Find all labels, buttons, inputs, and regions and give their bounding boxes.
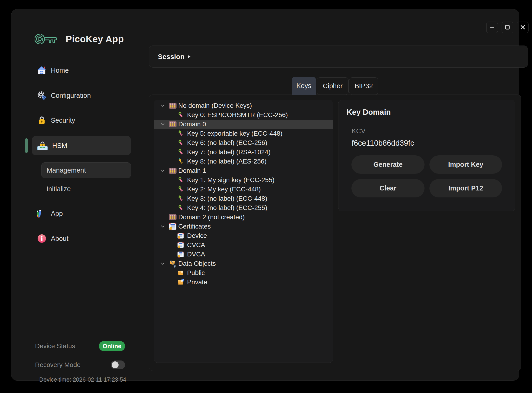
panel-title: Key Domain (347, 108, 391, 117)
key-green-icon (177, 195, 184, 202)
chevron-down-icon[interactable] (160, 101, 169, 110)
domain-icon (169, 167, 177, 175)
key-green-icon (177, 139, 184, 146)
sidebar-item-label: App (51, 210, 63, 217)
key-gold-icon (177, 158, 184, 165)
chevron-down-icon[interactable] (160, 222, 169, 231)
generate-button[interactable]: Generate (351, 155, 425, 174)
tree-item-label: Key 7: (no label) (RSA-1024) (187, 148, 271, 156)
sidebar-item-app[interactable]: App (32, 205, 131, 221)
sidebar-subitem-management[interactable]: Management (41, 162, 131, 178)
tree-row[interactable]: DVCA (154, 250, 333, 259)
session-expander[interactable]: Session (149, 45, 528, 68)
tree-row[interactable]: Private (154, 278, 333, 287)
lock-icon (37, 115, 47, 125)
domain-icon (169, 213, 177, 221)
sidebar-item-hsm[interactable]: **** HSM (32, 136, 131, 155)
chevron-down-icon[interactable] (160, 166, 169, 175)
tab-bip32[interactable]: BIP32 (349, 77, 378, 95)
tree-row[interactable]: Data Objects (154, 259, 333, 268)
toggle-knob (112, 361, 119, 368)
tree-row[interactable]: Public (154, 268, 333, 278)
tree-row[interactable]: Key 4: (no label) (ECC-255) (154, 203, 333, 212)
window-controls (486, 22, 528, 33)
package-icon (177, 270, 184, 276)
sidebar-subitem-initialize[interactable]: Initialize (41, 181, 131, 197)
recovery-mode-label: Recovery Mode (35, 361, 81, 368)
sidebar-item-security[interactable]: Security (32, 112, 131, 128)
key-green-icon (177, 112, 184, 118)
tree-item-label: CVCA (187, 241, 205, 249)
tree-row[interactable]: Domain 0 (154, 120, 333, 129)
kcv-value: f6ce110b86dd39fc (352, 139, 414, 147)
tree-item-label: Private (187, 279, 207, 286)
device-status-badge: Online (99, 341, 125, 351)
chevron-down-icon[interactable] (160, 120, 169, 129)
tab-cipher[interactable]: Cipher (317, 77, 349, 95)
tree-item-label: No domain (Device Keys) (178, 102, 252, 109)
import-p12-button[interactable]: Import P12 (429, 179, 502, 197)
tree-row[interactable]: Key 5: exportable key (ECC-448) (154, 129, 333, 138)
domain-icon (169, 102, 177, 110)
sidebar-item-home[interactable]: Home (32, 62, 131, 79)
tab-keys[interactable]: Keys (292, 77, 316, 95)
sidebar-item-label: Management (47, 167, 86, 174)
tree-row[interactable]: Key 6: (no label) (ECC-256) (154, 138, 333, 147)
domain-icon (169, 120, 177, 128)
tree-row[interactable]: Key 7: (no label) (RSA-1024) (154, 147, 333, 157)
tree-item-label: Device (187, 232, 207, 240)
tree-row[interactable]: CVCA (154, 241, 333, 250)
tree-row[interactable]: Key 2: My key (ECC-448) (154, 185, 333, 194)
sidebar-item-about[interactable]: About (32, 231, 131, 247)
tree-row[interactable]: Certificates (154, 222, 333, 231)
certificate-icon (177, 241, 184, 249)
tree-item-label: Key 5: exportable key (ECC-448) (187, 130, 282, 137)
key-tree: No domain (Device Keys)Key 0: ESPICOHSMT… (154, 100, 333, 363)
active-item-accent-bar (25, 138, 28, 153)
session-label: Session (158, 53, 184, 61)
key-green-icon (177, 186, 184, 193)
tree-row[interactable]: No domain (Device Keys) (154, 101, 333, 110)
sidebar-item-label: Home (51, 67, 69, 74)
minimize-button[interactable] (486, 22, 498, 33)
tree-item-label: Key 8: (no label) (AES-256) (187, 158, 266, 165)
sidebar-item-configuration[interactable]: Configuration (32, 87, 131, 103)
import-key-button[interactable]: Import Key (429, 155, 502, 174)
tree-item-label: Data Objects (178, 260, 216, 267)
info-icon (37, 234, 47, 243)
chevron-spacer (160, 212, 169, 222)
tree-item-label: Key 6: (no label) (ECC-256) (187, 139, 267, 147)
tree-item-label: Domain 2 (not created) (178, 213, 245, 221)
tree-row[interactable]: Key 0: ESPICOHSMTR (ECC-256) (154, 110, 333, 120)
tree-row[interactable]: Device (154, 231, 333, 241)
tree-item-label: DVCA (187, 251, 205, 258)
key-green-icon (177, 149, 184, 156)
device-time: Device time: 2026-02-11 17:23:54 (39, 376, 126, 383)
tree-row[interactable]: Key 8: (no label) (AES-256) (154, 157, 333, 166)
tree-item-label: Domain 0 (178, 121, 206, 128)
key-green-icon (177, 130, 184, 137)
chevron-down-icon[interactable] (160, 259, 169, 268)
sidebar-item-label: About (51, 235, 68, 242)
maximize-icon (504, 24, 511, 31)
recovery-mode-toggle[interactable] (111, 360, 125, 369)
tree-item-label: Public (187, 269, 205, 277)
certificate-icon (177, 251, 184, 258)
gears-icon (37, 91, 47, 100)
tree-row[interactable]: Domain 1 (154, 166, 333, 175)
password-lock-icon: **** (37, 140, 48, 151)
certificate-icon (169, 222, 177, 231)
tree-row[interactable]: Key 3: (no label) (ECC-448) (154, 194, 333, 203)
tree-item-label: Key 2: My key (ECC-448) (187, 186, 261, 193)
sidebar-item-label: Configuration (51, 92, 91, 99)
tree-item-label: Certificates (178, 223, 211, 230)
tree-row[interactable]: Key 1: My sign key (ECC-255) (154, 175, 333, 185)
app-window: PicoKey App Home Configuration Security … (11, 9, 519, 381)
sidebar-item-label: HSM (52, 142, 67, 150)
clear-button[interactable]: Clear (351, 179, 425, 197)
tree-row[interactable]: Domain 2 (not created) (154, 212, 333, 222)
tree-item-label: Key 4: (no label) (ECC-255) (187, 204, 267, 211)
close-button[interactable] (517, 22, 528, 33)
maximize-button[interactable] (502, 22, 513, 33)
kcv-label: KCV (352, 127, 366, 135)
